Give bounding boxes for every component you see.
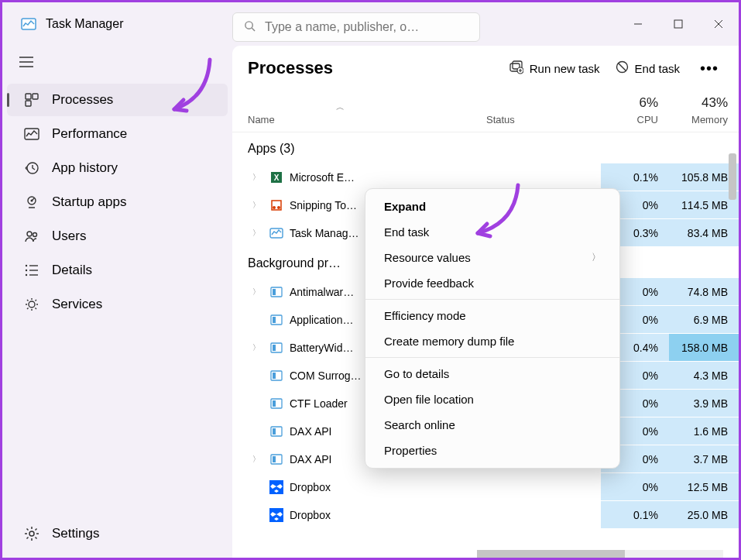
process-name: Microsoft E… [290, 171, 355, 184]
process-icon [269, 285, 283, 299]
svg-point-17 [27, 232, 32, 236]
process-memory: 3.9 MB [669, 390, 739, 417]
process-row[interactable]: 〉XMicrosoft E…0.1%105.8 MB [232, 163, 739, 191]
process-name: CTF Loader [290, 397, 348, 410]
context-menu-item[interactable]: Open file location [365, 387, 619, 412]
svg-point-26 [29, 531, 34, 536]
svg-rect-43 [273, 317, 276, 323]
more-options-button[interactable]: ••• [695, 60, 723, 77]
process-row[interactable]: Dropbox0.1%25.0 MB [232, 501, 739, 529]
process-icon: X [269, 170, 283, 184]
svg-point-1 [245, 21, 252, 28]
svg-text:X: X [274, 173, 280, 182]
svg-rect-11 [33, 94, 38, 99]
details-icon [24, 263, 39, 278]
search-input[interactable] [265, 20, 468, 34]
search-box[interactable] [232, 12, 480, 42]
run-new-task-button[interactable]: Run new task [509, 60, 600, 77]
sort-caret-icon: ︿ [336, 101, 345, 113]
context-menu-item[interactable]: Resource values〉 [365, 245, 619, 270]
sidebar-item-history[interactable]: App history [7, 152, 228, 184]
svg-rect-53 [273, 456, 276, 462]
column-status[interactable]: Status [486, 114, 601, 125]
history-icon [24, 160, 39, 176]
process-icon [269, 397, 283, 411]
expander-icon[interactable]: 〉 [252, 228, 263, 239]
sidebar-item-details[interactable]: Details [7, 254, 228, 287]
context-menu-item[interactable]: Search online [365, 412, 619, 438]
svg-rect-12 [26, 101, 31, 106]
process-memory: 4.3 MB [669, 362, 739, 390]
svg-point-37 [273, 206, 276, 209]
process-cpu: 0% [601, 473, 669, 501]
end-task-icon [616, 60, 629, 76]
sidebar-item-users[interactable]: Users [7, 220, 228, 253]
process-row[interactable]: Dropbox0%12.5 MB [232, 473, 739, 501]
app-title: Task Manager [46, 17, 124, 31]
svg-rect-4 [674, 20, 682, 28]
expander-icon[interactable]: 〉 [252, 200, 263, 211]
process-icon [269, 198, 283, 212]
expander-icon[interactable]: 〉 [252, 172, 263, 183]
sidebar-item-settings[interactable]: Settings [7, 517, 228, 550]
end-task-button[interactable]: End task [616, 60, 680, 76]
sidebar-item-label: Details [52, 263, 92, 278]
sidebar: ProcessesPerformanceApp historyStartup a… [2, 46, 232, 558]
process-memory: 83.4 MB [669, 219, 739, 247]
expander-icon[interactable]: 〉 [252, 342, 263, 353]
context-menu-item[interactable]: Efficiency mode [365, 303, 619, 328]
close-button[interactable] [698, 9, 739, 40]
svg-rect-45 [273, 345, 276, 351]
column-cpu[interactable]: 6% CPU [601, 95, 669, 125]
column-memory[interactable]: 43% Memory [669, 95, 739, 125]
process-name: Task Manag… [290, 227, 358, 239]
sidebar-item-label: Startup apps [52, 194, 126, 210]
process-icon [269, 341, 283, 355]
processes-icon [24, 92, 39, 108]
context-menu-item[interactable]: Go to details [365, 361, 619, 387]
task-manager-app-icon [21, 16, 36, 32]
maximize-button[interactable] [658, 9, 698, 40]
run-new-task-icon [509, 60, 523, 77]
hamburger-menu[interactable] [2, 49, 232, 82]
context-menu-item[interactable]: End task [365, 219, 619, 245]
performance-icon [24, 126, 39, 142]
svg-rect-10 [26, 94, 31, 99]
process-cpu: 0.1% [601, 501, 669, 529]
sidebar-item-label: Settings [52, 526, 99, 541]
horizontal-scrollbar[interactable] [477, 550, 723, 558]
sidebar-item-startup[interactable]: Startup apps [7, 186, 228, 218]
process-name: DAX API [290, 425, 331, 438]
process-memory: 74.8 MB [669, 278, 739, 306]
context-menu-item[interactable]: Provide feedback [365, 270, 619, 296]
minimize-button[interactable] [618, 9, 658, 40]
sidebar-item-processes[interactable]: Processes [7, 84, 228, 116]
column-name[interactable]: ︿ Name [248, 114, 486, 125]
context-menu-item[interactable]: Expand [365, 194, 619, 219]
sidebar-item-label: Services [52, 297, 102, 312]
process-memory: 1.6 MB [669, 417, 739, 445]
startup-icon [24, 194, 39, 210]
process-name: BatteryWid… [290, 342, 353, 354]
expander-icon[interactable]: 〉 [252, 454, 263, 465]
users-icon [24, 228, 39, 244]
context-menu-separator [365, 299, 619, 300]
chevron-right-icon: 〉 [592, 251, 601, 264]
sidebar-item-services[interactable]: Services [7, 288, 228, 321]
sidebar-item-label: Performance [52, 126, 127, 142]
process-name: Snipping To… [290, 199, 357, 211]
expander-icon[interactable]: 〉 [252, 287, 263, 297]
vertical-scrollbar-thumb[interactable] [729, 153, 736, 200]
context-menu-item[interactable]: Create memory dump file [365, 328, 619, 354]
sidebar-item-label: Processes [52, 92, 113, 108]
group-header: Apps (3) [232, 132, 739, 163]
context-menu-item[interactable]: Properties [365, 438, 619, 463]
process-name: Dropbox [290, 509, 331, 521]
sidebar-item-performance[interactable]: Performance [7, 118, 228, 150]
search-icon [244, 20, 256, 35]
process-cpu: 0.1% [601, 163, 669, 191]
sidebar-item-label: Users [52, 228, 86, 244]
context-menu: ExpandEnd taskResource values〉Provide fe… [365, 188, 620, 469]
process-memory: 12.5 MB [669, 473, 739, 501]
process-icon [269, 424, 283, 438]
